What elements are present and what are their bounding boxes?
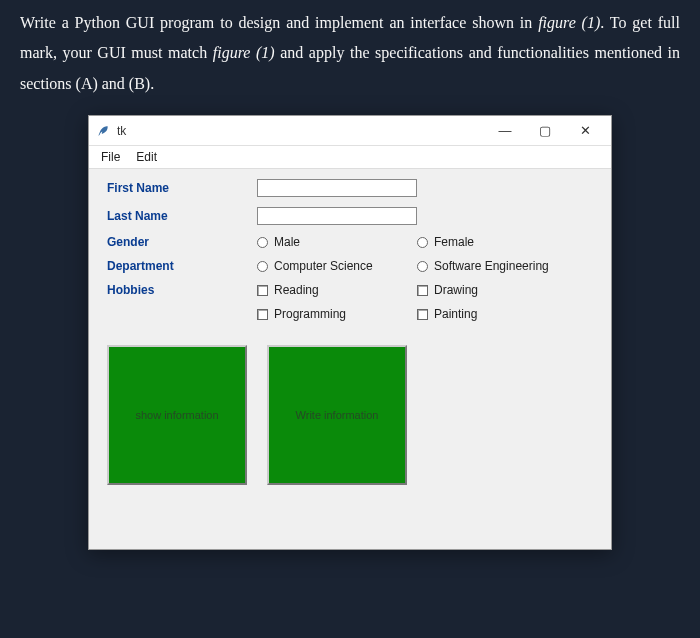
show-information-button[interactable]: show information [107, 345, 247, 485]
write-information-button[interactable]: Write information [267, 345, 407, 485]
radio-icon [417, 237, 428, 248]
check-drawing[interactable]: Drawing [417, 283, 577, 297]
radio-cs[interactable]: Computer Science [257, 259, 417, 273]
last-name-label: Last Name [107, 209, 257, 223]
first-name-label: First Name [107, 181, 257, 195]
instruction-text: Write a Python GUI program to design and… [0, 0, 700, 115]
check-reading-label: Reading [274, 283, 319, 297]
form-area: First Name Last Name Gender Male Female … [89, 169, 611, 549]
check-programming[interactable]: Programming [257, 307, 417, 321]
checkbox-icon [257, 285, 268, 296]
radio-se[interactable]: Software Engineering [417, 259, 577, 273]
window-title: tk [117, 124, 485, 138]
titlebar: tk — ▢ ✕ [89, 116, 611, 146]
checkbox-icon [417, 285, 428, 296]
radio-cs-label: Computer Science [274, 259, 373, 273]
checkbox-icon [257, 309, 268, 320]
radio-male-label: Male [274, 235, 300, 249]
check-reading[interactable]: Reading [257, 283, 417, 297]
check-painting[interactable]: Painting [417, 307, 577, 321]
radio-se-label: Software Engineering [434, 259, 549, 273]
menubar: File Edit [89, 146, 611, 169]
check-programming-label: Programming [274, 307, 346, 321]
radio-icon [257, 237, 268, 248]
radio-female-label: Female [434, 235, 474, 249]
close-button[interactable]: ✕ [565, 117, 605, 145]
checkbox-icon [417, 309, 428, 320]
window-controls: — ▢ ✕ [485, 117, 605, 145]
tk-window: tk — ▢ ✕ File Edit First Name Last Name … [88, 115, 612, 550]
feather-icon [95, 123, 111, 139]
maximize-button[interactable]: ▢ [525, 117, 565, 145]
check-drawing-label: Drawing [434, 283, 478, 297]
menu-edit[interactable]: Edit [128, 148, 165, 166]
button-row: show information Write information [107, 345, 593, 485]
radio-icon [257, 261, 268, 272]
minimize-button[interactable]: — [485, 117, 525, 145]
radio-female[interactable]: Female [417, 235, 577, 249]
department-label: Department [107, 259, 257, 273]
check-painting-label: Painting [434, 307, 477, 321]
radio-male[interactable]: Male [257, 235, 417, 249]
last-name-input[interactable] [257, 207, 417, 225]
radio-icon [417, 261, 428, 272]
hobbies-label: Hobbies [107, 283, 257, 297]
first-name-input[interactable] [257, 179, 417, 197]
gender-label: Gender [107, 235, 257, 249]
menu-file[interactable]: File [93, 148, 128, 166]
